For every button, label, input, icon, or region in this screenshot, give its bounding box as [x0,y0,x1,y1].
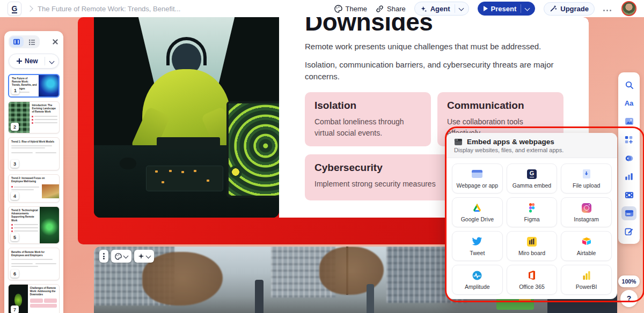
image-tool-button[interactable] [621,115,636,129]
embed-window-icon [625,210,634,217]
text-tool-button[interactable]: Aa [621,96,636,110]
slide-options-button[interactable] [99,250,108,263]
thumb-number: 6 [11,270,19,278]
thumb-title: Benefits of Remote Work for Employees an… [11,251,56,257]
link-icon [376,5,384,13]
app-window: Downsides Remote work presents unique ch… [0,0,644,313]
image-icon [625,117,634,125]
decor [142,252,223,305]
theme-button[interactable]: Theme [334,5,367,13]
thumb-number: 5 [11,233,19,241]
figma-icon [528,203,536,213]
slide-thumbnail-5[interactable]: Trend 3: Technological Advancements Supp… [8,206,60,244]
embed-tile-file-upload[interactable]: File upload [561,163,612,193]
close-panel-button[interactable] [52,38,59,46]
zoom-level-badge[interactable]: 100% [618,275,640,287]
slide-thumbnail-4[interactable]: Trend 2: Increased Focus on Employee Wel… [8,174,60,203]
play-icon [484,6,488,11]
embed-tile-office365[interactable]: Office 365 [507,265,558,295]
thumb-title: Trend 1: Rise of Hybrid Work Models [11,140,56,144]
search-tool-button[interactable] [621,78,636,92]
help-button[interactable]: ? [620,290,638,307]
thumb-image [39,75,58,96]
slide-thumbnail-6[interactable]: Benefits of Remote Work for Employees an… [8,248,60,280]
slide-photo-remote-worker [94,17,279,218]
filmstrip-view-button[interactable] [10,36,24,47]
slide-paragraph-2[interactable]: Isolation, communication barriers, and c… [305,59,569,83]
amplitude-icon [472,270,482,281]
card-isolation[interactable]: Isolation Combat loneliness through virt… [305,92,431,146]
video-tool-button[interactable] [621,188,636,202]
thumb-number: 7 [11,305,19,313]
embed-tile-figma[interactable]: Figma [507,197,558,227]
gamma-logo[interactable]: G [8,2,21,16]
list-view-button[interactable] [25,36,39,47]
agent-button[interactable]: Agent [414,2,469,16]
embed-options-grid: Webpage or app G Gamma embed File upload… [447,158,617,299]
video-icon [625,191,634,199]
decor [319,247,384,295]
sparkle-icon [420,5,427,12]
decor [226,101,279,198]
slide-thumbnail-2[interactable]: Introduction: The Evolving Landscape of … [8,101,60,133]
card-title: Isolation [314,100,421,111]
google-drive-icon [472,203,482,213]
slide-thumbnail-7[interactable]: Challenges of Remote Work: Addressing th… [8,284,60,313]
decor [229,166,242,178]
slide8-floating-toolbar [99,250,154,263]
popup-header: Embed apps & webpages Display websites, … [447,133,617,158]
embed-tile-webpage[interactable]: Webpage or app [452,163,503,193]
bar-chart-icon [625,173,633,181]
user-avatar[interactable] [621,1,636,16]
theme-label: Theme [346,5,367,13]
embed-tool-button[interactable] [621,206,636,220]
present-button[interactable]: Present [478,2,536,16]
donut-chart-icon [625,154,634,162]
embed-tile-amplitude[interactable]: Amplitude [452,265,503,295]
smart-layout-icon [625,136,633,144]
layout-tool-button[interactable] [621,133,636,147]
chart-tool-button[interactable] [621,169,636,183]
chevron-down-icon[interactable] [49,58,55,64]
embed-tile-label: Miro board [518,250,545,256]
slide-paragraph-1[interactable]: Remote work presents unique challenges t… [305,41,569,53]
embed-tile-instagram[interactable]: Instagram [561,197,612,227]
upgrade-button[interactable]: Upgrade [544,2,595,16]
slide-ai-button[interactable] [134,250,154,263]
embed-tile-label: PowerBI [576,284,597,290]
decor [255,280,264,313]
view-toggle [9,35,40,48]
gamma-logo-letter: G [12,4,18,13]
airtable-icon [581,236,592,247]
slide-thumbnail-3[interactable]: Trend 1: Rise of Hybrid Work Models 3 [8,137,60,170]
thumb-title: Challenges of Remote Work: Addressing th… [30,287,57,297]
new-slide-button[interactable]: New [9,54,59,69]
slide-thumbnail-1[interactable]: The Future of Remote Work: Trends, Benef… [8,74,60,98]
slide-title[interactable]: Downsides [305,17,433,36]
embed-tile-label: Webpage or app [457,182,498,189]
share-label: Share [387,5,406,13]
edit-form-icon [625,227,633,236]
embed-tile-gamma[interactable]: G Gamma embed [507,163,558,193]
chevron-down-icon[interactable] [525,5,530,11]
office-365-icon [528,270,536,281]
embed-tile-miro[interactable]: Miro board [507,231,558,261]
share-button[interactable]: Share [376,5,406,13]
thumb-number: 3 [11,160,19,168]
embed-tile-powerbi[interactable]: PowerBI [561,265,612,295]
sparkle-icon [138,253,144,259]
embed-tile-label: Office 365 [519,284,545,290]
diagram-tool-button[interactable] [621,151,636,165]
document-title[interactable]: The Future of Remote Work: Trends, Benef… [38,5,180,13]
embed-window-icon [454,138,463,146]
embed-tile-airtable[interactable]: Airtable [561,231,612,261]
chevron-down-icon[interactable] [458,5,464,11]
gamma-embed-icon: G [527,169,537,180]
popup-title: Embed apps & webpages [467,138,554,146]
embed-tile-google-drive[interactable]: Google Drive [452,197,503,227]
more-options-button[interactable] [603,4,613,13]
palette-icon [115,253,122,260]
slide-theme-button[interactable] [111,250,131,263]
form-tool-button[interactable] [621,225,636,239]
embed-tile-tweet[interactable]: Tweet [452,231,503,261]
